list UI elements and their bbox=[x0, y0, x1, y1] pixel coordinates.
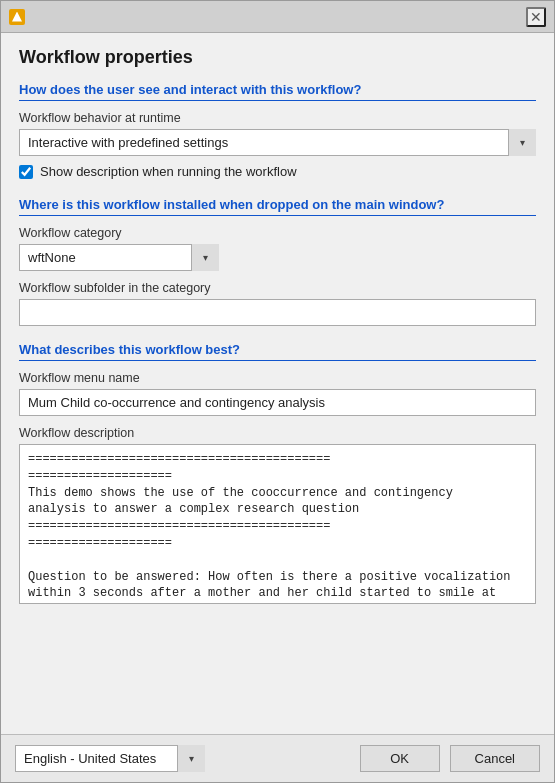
subfolder-label: Workflow subfolder in the category bbox=[19, 281, 536, 295]
section3-header: What describes this workflow best? bbox=[19, 342, 536, 361]
language-select[interactable]: English - United States German French Sp… bbox=[15, 745, 205, 772]
cancel-button[interactable]: Cancel bbox=[450, 745, 540, 772]
app-icon-inner bbox=[12, 12, 22, 22]
subfolder-input[interactable] bbox=[19, 299, 536, 326]
title-bar: ✕ bbox=[1, 1, 554, 33]
menu-name-input[interactable] bbox=[19, 389, 536, 416]
behavior-select-wrapper: Interactive with predefined settings Non… bbox=[19, 129, 536, 156]
description-textarea[interactable]: ========================================… bbox=[19, 444, 536, 604]
app-icon bbox=[9, 9, 25, 25]
show-description-label[interactable]: Show description when running the workfl… bbox=[40, 164, 297, 179]
menu-name-label: Workflow menu name bbox=[19, 371, 536, 385]
bottom-bar: English - United States German French Sp… bbox=[1, 734, 554, 782]
language-select-wrapper: English - United States German French Sp… bbox=[15, 745, 205, 772]
category-select[interactable]: wftNone Analysis Visualization Preproces… bbox=[19, 244, 219, 271]
workflow-properties-window: ✕ Workflow properties How does the user … bbox=[0, 0, 555, 783]
behavior-select[interactable]: Interactive with predefined settings Non… bbox=[19, 129, 536, 156]
close-button[interactable]: ✕ bbox=[526, 7, 546, 27]
section-interaction: How does the user see and interact with … bbox=[19, 82, 536, 181]
bottom-buttons: OK Cancel bbox=[360, 745, 540, 772]
main-content: Workflow properties How does the user se… bbox=[1, 33, 554, 734]
behavior-label: Workflow behavior at runtime bbox=[19, 111, 536, 125]
show-description-checkbox[interactable] bbox=[19, 165, 33, 179]
title-bar-left bbox=[9, 9, 25, 25]
section2-header: Where is this workflow installed when dr… bbox=[19, 197, 536, 216]
show-description-row: Show description when running the workfl… bbox=[19, 164, 536, 179]
description-textarea-wrapper: ========================================… bbox=[19, 444, 536, 607]
section1-header: How does the user see and interact with … bbox=[19, 82, 536, 101]
section-description: What describes this workflow best? Workf… bbox=[19, 342, 536, 607]
page-title: Workflow properties bbox=[19, 47, 536, 68]
ok-button[interactable]: OK bbox=[360, 745, 440, 772]
section-installation: Where is this workflow installed when dr… bbox=[19, 197, 536, 326]
category-label: Workflow category bbox=[19, 226, 536, 240]
workflow-description-label: Workflow description bbox=[19, 426, 536, 440]
category-select-wrapper: wftNone Analysis Visualization Preproces… bbox=[19, 244, 219, 271]
